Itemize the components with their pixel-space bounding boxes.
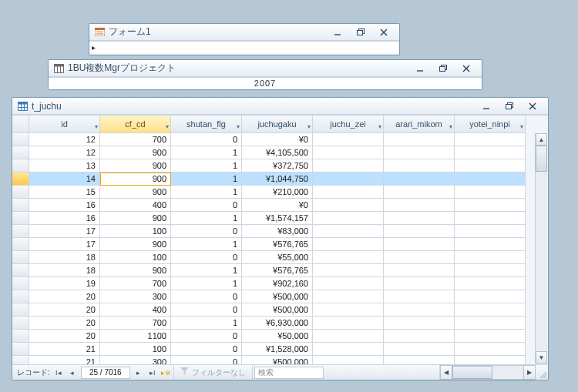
row-selector[interactable] bbox=[12, 159, 29, 173]
column-header-arari_mikom[interactable]: arari_mikom▾ bbox=[384, 116, 455, 133]
cell-juchu_zei[interactable] bbox=[313, 317, 384, 330]
cell-cf_cd[interactable]: 300 bbox=[100, 290, 171, 303]
cell-id[interactable]: 21 bbox=[29, 356, 100, 364]
titlebar-bu[interactable]: 1BU複数Mgrプロジェクト bbox=[49, 60, 482, 77]
cell-juchugaku[interactable]: ¥6,930,000 bbox=[242, 317, 313, 330]
cell-cf_cd[interactable]: 400 bbox=[100, 303, 171, 317]
cell-arari_mikom[interactable] bbox=[384, 330, 455, 343]
cell-cf_cd[interactable]: 300 bbox=[100, 356, 171, 364]
cell-juchu_zei[interactable] bbox=[313, 186, 384, 199]
cell-juchugaku[interactable]: ¥500,000 bbox=[242, 290, 313, 303]
minimize-button[interactable] bbox=[415, 64, 425, 73]
cell-id[interactable]: 20 bbox=[29, 303, 100, 317]
cell-juchu_zei[interactable] bbox=[313, 159, 384, 173]
filter-indicator[interactable]: フィルターなし bbox=[174, 365, 253, 380]
cell-arari_mikom[interactable] bbox=[384, 225, 455, 238]
cell-shutan_flg[interactable]: 1 bbox=[171, 317, 242, 330]
cell-id[interactable]: 16 bbox=[29, 199, 100, 212]
cell-id[interactable]: 18 bbox=[29, 264, 100, 277]
vertical-scrollbar[interactable]: ▲ ▼ bbox=[535, 133, 547, 364]
column-header-id[interactable]: id▾ bbox=[29, 116, 100, 133]
column-dropdown-icon[interactable]: ▾ bbox=[307, 119, 311, 133]
row-selector[interactable] bbox=[12, 251, 29, 264]
cell-yotei_ninpi[interactable] bbox=[455, 199, 526, 212]
scroll-thumb[interactable] bbox=[536, 146, 547, 172]
column-dropdown-icon[interactable]: ▾ bbox=[95, 119, 98, 133]
cell-shutan_flg[interactable]: 0 bbox=[171, 251, 242, 264]
cell-shutan_flg[interactable]: 0 bbox=[171, 343, 242, 356]
cell-shutan_flg[interactable]: 1 bbox=[171, 146, 242, 159]
cell-arari_mikom[interactable] bbox=[384, 277, 455, 290]
cell-cf_cd[interactable]: 900 bbox=[100, 264, 171, 277]
cell-arari_mikom[interactable] bbox=[384, 146, 455, 159]
cell-juchu_zei[interactable] bbox=[313, 356, 384, 364]
cell-juchugaku[interactable]: ¥500,000 bbox=[242, 303, 313, 317]
column-header-cf_cd[interactable]: cf_cd▾ bbox=[100, 116, 171, 133]
cell-juchu_zei[interactable] bbox=[313, 212, 384, 225]
cell-id[interactable]: 21 bbox=[29, 343, 100, 356]
cell-juchugaku[interactable]: ¥1,044,750 bbox=[242, 173, 313, 186]
cell-yotei_ninpi[interactable] bbox=[455, 330, 526, 343]
cell-shutan_flg[interactable]: 0 bbox=[171, 199, 242, 212]
cell-arari_mikom[interactable] bbox=[384, 317, 455, 330]
cell-yotei_ninpi[interactable] bbox=[455, 303, 526, 317]
cell-id[interactable]: 17 bbox=[29, 225, 100, 238]
cell-arari_mikom[interactable] bbox=[384, 173, 455, 186]
column-header-yotei_ninpi[interactable]: yotei_ninpi▾ bbox=[455, 116, 526, 133]
scroll-left-button[interactable]: ◀ bbox=[440, 365, 452, 380]
cell-yotei_ninpi[interactable] bbox=[455, 173, 526, 186]
first-record-button[interactable]: I◂ bbox=[52, 369, 66, 377]
cell-juchu_zei[interactable] bbox=[313, 238, 384, 251]
cell-shutan_flg[interactable]: 1 bbox=[171, 186, 242, 199]
cell-cf_cd[interactable]: 900 bbox=[100, 159, 171, 173]
cell-yotei_ninpi[interactable] bbox=[455, 356, 526, 364]
cell-id[interactable]: 20 bbox=[29, 290, 100, 303]
select-all-corner[interactable] bbox=[12, 116, 29, 133]
cell-id[interactable]: 20 bbox=[29, 330, 100, 343]
cell-juchu_zei[interactable] bbox=[313, 343, 384, 356]
cell-id[interactable]: 20 bbox=[29, 317, 100, 330]
cell-shutan_flg[interactable]: 0 bbox=[171, 303, 242, 317]
titlebar-form1[interactable]: フォーム1 bbox=[89, 24, 399, 41]
cell-id[interactable]: 19 bbox=[29, 277, 100, 290]
cell-juchugaku[interactable]: ¥1,528,000 bbox=[242, 343, 313, 356]
cell-yotei_ninpi[interactable] bbox=[455, 186, 526, 199]
column-dropdown-icon[interactable]: ▾ bbox=[378, 119, 381, 133]
cell-id[interactable]: 12 bbox=[29, 133, 100, 146]
cell-juchu_zei[interactable] bbox=[313, 290, 384, 303]
cell-yotei_ninpi[interactable] bbox=[455, 212, 526, 225]
cell-yotei_ninpi[interactable] bbox=[455, 146, 526, 159]
cell-arari_mikom[interactable] bbox=[384, 159, 455, 173]
restore-button[interactable] bbox=[438, 64, 449, 73]
cell-juchu_zei[interactable] bbox=[313, 133, 384, 146]
cell-juchugaku[interactable]: ¥4,105,500 bbox=[242, 146, 313, 159]
cell-cf_cd[interactable]: 900 bbox=[100, 173, 171, 186]
titlebar-tjuchu[interactable]: t_juchu bbox=[12, 98, 548, 115]
row-selector[interactable] bbox=[12, 199, 29, 212]
column-header-shutan_flg[interactable]: shutan_flg▾ bbox=[171, 116, 242, 133]
cell-arari_mikom[interactable] bbox=[384, 264, 455, 277]
row-selector[interactable] bbox=[12, 330, 29, 343]
cell-shutan_flg[interactable]: 1 bbox=[171, 264, 242, 277]
cell-juchu_zei[interactable] bbox=[313, 173, 384, 186]
row-selector[interactable] bbox=[12, 303, 29, 317]
cell-arari_mikom[interactable] bbox=[384, 238, 455, 251]
cell-shutan_flg[interactable]: 0 bbox=[171, 225, 242, 238]
cell-juchu_zei[interactable] bbox=[313, 225, 384, 238]
cell-juchu_zei[interactable] bbox=[313, 303, 384, 317]
cell-juchu_zei[interactable] bbox=[313, 264, 384, 277]
search-input[interactable]: 検索 bbox=[254, 367, 324, 379]
cell-shutan_flg[interactable]: 1 bbox=[171, 159, 242, 173]
scroll-right-button[interactable]: ▶ bbox=[523, 365, 536, 380]
cell-id[interactable]: 13 bbox=[29, 159, 100, 173]
close-button[interactable] bbox=[378, 28, 389, 37]
close-button[interactable] bbox=[527, 102, 538, 111]
column-dropdown-icon[interactable]: ▾ bbox=[520, 119, 523, 133]
column-header-juchu_zei[interactable]: juchu_zei▾ bbox=[313, 116, 384, 133]
cell-id[interactable]: 18 bbox=[29, 251, 100, 264]
cell-yotei_ninpi[interactable] bbox=[455, 277, 526, 290]
cell-juchugaku[interactable]: ¥210,000 bbox=[242, 186, 313, 199]
row-selector[interactable] bbox=[12, 356, 29, 364]
column-dropdown-icon[interactable]: ▾ bbox=[237, 119, 240, 133]
cell-cf_cd[interactable]: 900 bbox=[100, 146, 171, 159]
